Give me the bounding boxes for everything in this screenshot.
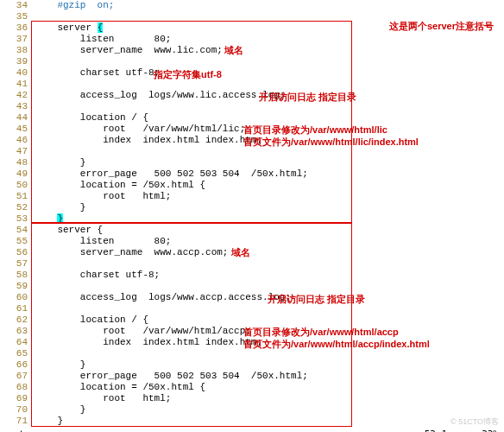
line-number: 54 bbox=[0, 225, 35, 236]
code-line[interactable]: 66 } bbox=[0, 359, 504, 371]
code-text: listen 80; bbox=[35, 34, 504, 45]
line-number: 35 bbox=[0, 11, 35, 22]
line-number: 51 bbox=[0, 191, 35, 202]
code-text bbox=[35, 79, 504, 90]
code-line[interactable]: 40 charset utf-8; bbox=[0, 67, 504, 79]
matching-brace-close: } bbox=[57, 213, 63, 224]
code-text: server { bbox=[35, 225, 504, 236]
line-number: 67 bbox=[0, 371, 35, 382]
line-number: 43 bbox=[0, 101, 35, 112]
code-text: error_page 500 502 503 504 /50x.html; bbox=[35, 371, 504, 382]
code-line[interactable]: 50 location = /50x.html { bbox=[0, 180, 504, 191]
status-position: 53,1 bbox=[425, 429, 448, 432]
line-number: 42 bbox=[0, 90, 35, 101]
line-number: 40 bbox=[0, 67, 35, 79]
line-number: 57 bbox=[0, 258, 35, 270]
line-number: 38 bbox=[0, 45, 35, 56]
code-line[interactable]: 48 } bbox=[0, 157, 504, 168]
line-number: 59 bbox=[0, 281, 35, 292]
code-editor[interactable]: 34 #gzip on;3536 server {37 listen 80;38… bbox=[0, 0, 504, 427]
code-line[interactable]: 54 server { bbox=[0, 225, 504, 236]
anno-root-2a: 首页目录修改为/var/www/html/accp bbox=[243, 327, 399, 338]
code-line[interactable]: 56 server_name www.accp.com; bbox=[0, 247, 504, 258]
line-number: 34 bbox=[0, 0, 35, 11]
line-number: 39 bbox=[0, 56, 35, 67]
code-text: location / { bbox=[35, 112, 504, 124]
line-number: 69 bbox=[0, 393, 35, 404]
code-text bbox=[35, 258, 504, 270]
code-line[interactable]: 55 listen 80; bbox=[0, 236, 504, 247]
code-line[interactable]: 71 } bbox=[0, 416, 504, 427]
anno-two-server: 这是两个server注意括号 bbox=[389, 21, 494, 32]
code-text: } bbox=[35, 416, 504, 427]
line-number: 52 bbox=[0, 202, 35, 213]
anno-accesslog-1: 开启访问日志 指定目录 bbox=[259, 92, 356, 103]
line-number: 65 bbox=[0, 348, 35, 359]
watermark: © 51CTO博客 bbox=[450, 416, 499, 428]
line-number: 63 bbox=[0, 326, 35, 337]
line-number: 41 bbox=[0, 79, 35, 90]
code-line[interactable]: 62 location / { bbox=[0, 314, 504, 326]
code-text: location = /50x.html { bbox=[35, 382, 504, 393]
code-line[interactable]: 49 error_page 500 502 503 504 /50x.html; bbox=[0, 168, 504, 180]
code-text: location = /50x.html { bbox=[35, 180, 504, 191]
code-text: } bbox=[35, 359, 504, 371]
code-line[interactable]: 70 } bbox=[0, 404, 504, 416]
line-number: 58 bbox=[0, 270, 35, 281]
code-line[interactable]: 68 location = /50x.html { bbox=[0, 382, 504, 393]
anno-root-2b: 首页文件为/var/www/html/accp/index.html bbox=[243, 339, 430, 350]
code-line[interactable]: 61 bbox=[0, 303, 504, 314]
line-number: 60 bbox=[0, 292, 35, 303]
code-line[interactable]: 60 access_log logs/www.accp.access.log; bbox=[0, 292, 504, 303]
line-number: 50 bbox=[0, 180, 35, 191]
code-line[interactable]: 38 server_name www.lic.com; bbox=[0, 45, 504, 56]
code-line[interactable]: 53 } bbox=[0, 213, 504, 225]
code-line[interactable]: 39 bbox=[0, 56, 504, 67]
line-number: 68 bbox=[0, 382, 35, 393]
code-line[interactable]: 43 bbox=[0, 101, 504, 112]
code-text: } bbox=[35, 202, 504, 213]
status-left: :set nu bbox=[2, 429, 41, 432]
code-text: } bbox=[35, 157, 504, 168]
anno-domain-2: 域名 bbox=[231, 247, 250, 258]
status-percent: 33% bbox=[482, 429, 499, 432]
code-line[interactable]: 57 bbox=[0, 258, 504, 270]
line-number: 56 bbox=[0, 247, 35, 258]
code-text: root html; bbox=[35, 191, 504, 202]
line-number: 61 bbox=[0, 303, 35, 314]
code-line[interactable]: 59 bbox=[0, 281, 504, 292]
anno-root-1a: 首页目录修改为/var/www/html/lic bbox=[243, 124, 387, 136]
code-line[interactable]: 69 root html; bbox=[0, 393, 504, 404]
code-text: root html; bbox=[35, 393, 504, 404]
anno-accesslog-2: 开启访问日志 指定目录 bbox=[268, 294, 365, 305]
code-text: charset utf-8; bbox=[35, 270, 504, 281]
line-number: 70 bbox=[0, 404, 35, 416]
code-line[interactable]: 41 bbox=[0, 79, 504, 90]
anno-domain-1: 域名 bbox=[224, 45, 243, 56]
code-line[interactable]: 51 root html; bbox=[0, 191, 504, 202]
code-line[interactable]: 42 access_log logs/www.lic.access.log; bbox=[0, 90, 504, 101]
code-text: } bbox=[35, 213, 504, 225]
code-text: listen 80; bbox=[35, 236, 504, 247]
code-text bbox=[35, 56, 504, 67]
line-number: 45 bbox=[0, 124, 35, 135]
line-number: 44 bbox=[0, 112, 35, 124]
line-number: 55 bbox=[0, 236, 35, 247]
code-text: server_name www.accp.com; bbox=[35, 247, 504, 258]
line-number: 48 bbox=[0, 157, 35, 168]
line-number: 66 bbox=[0, 359, 35, 371]
code-line[interactable]: 58 charset utf-8; bbox=[0, 270, 504, 281]
code-text: #gzip on; bbox=[35, 0, 504, 11]
line-number: 49 bbox=[0, 168, 35, 180]
code-line[interactable]: 67 error_page 500 502 503 504 /50x.html; bbox=[0, 371, 504, 382]
status-bar: :set nu 53,1 33% bbox=[0, 427, 504, 432]
line-number: 53 bbox=[0, 213, 35, 225]
anno-charset-1: 指定字符集utf-8 bbox=[154, 69, 222, 80]
code-line[interactable]: 44 location / { bbox=[0, 112, 504, 124]
line-number: 37 bbox=[0, 34, 35, 45]
code-line[interactable]: 34 #gzip on; bbox=[0, 0, 504, 11]
line-number: 62 bbox=[0, 314, 35, 326]
code-line[interactable]: 37 listen 80; bbox=[0, 34, 504, 45]
code-line[interactable]: 52 } bbox=[0, 202, 504, 213]
code-text: charset utf-8; bbox=[35, 67, 504, 79]
